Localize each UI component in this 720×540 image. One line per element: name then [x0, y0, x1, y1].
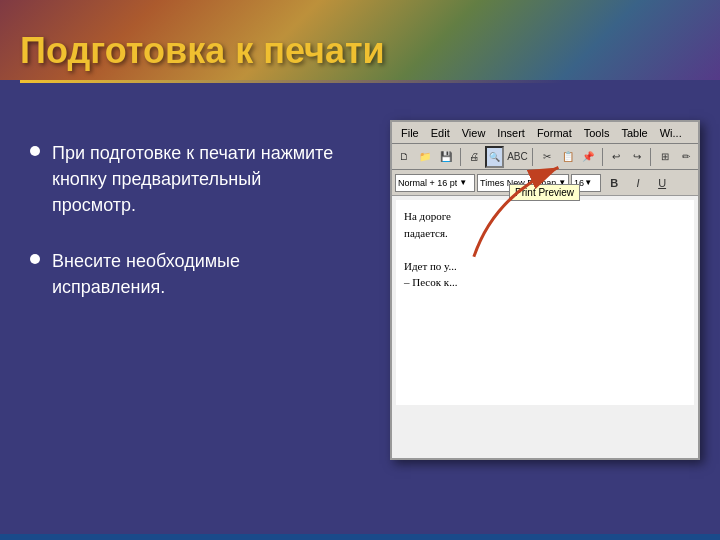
list-item: Внесите необходимые исправления. [30, 248, 350, 300]
list-item: При подготовке к печати нажмите кнопку п… [30, 140, 350, 218]
bottom-accent-bar [0, 534, 720, 540]
menu-edit[interactable]: Edit [426, 125, 455, 141]
style-value: Normal + 16 pt [398, 178, 457, 188]
doc-line-3: Идет по у... [404, 258, 686, 275]
menu-window[interactable]: Wi... [655, 125, 687, 141]
print-btn[interactable]: 🖨 [464, 146, 483, 168]
title-area: Подготовка к печати [20, 10, 700, 83]
new-btn[interactable]: 🗋 [395, 146, 414, 168]
print-preview-btn[interactable]: 🔍 [485, 146, 504, 168]
menu-table[interactable]: Table [616, 125, 652, 141]
save-btn[interactable]: 💾 [437, 146, 456, 168]
draw-btn[interactable]: ✏ [676, 146, 695, 168]
bullets-area: При подготовке к печати нажмите кнопку п… [30, 140, 350, 330]
menu-format[interactable]: Format [532, 125, 577, 141]
bullet-dot-2 [30, 254, 40, 264]
bullet-text-1: При подготовке к печати нажмите кнопку п… [52, 140, 350, 218]
menu-insert[interactable]: Insert [492, 125, 530, 141]
menu-tools[interactable]: Tools [579, 125, 615, 141]
open-btn[interactable]: 📁 [416, 146, 435, 168]
sep1 [460, 148, 461, 166]
italic-btn[interactable]: I [627, 172, 649, 194]
paste-btn[interactable]: 📌 [579, 146, 598, 168]
sep4 [650, 148, 651, 166]
bullet-dot-1 [30, 146, 40, 156]
bullet-text-2: Внесите необходимые исправления. [52, 248, 350, 300]
title-divider [20, 80, 564, 83]
undo-btn[interactable]: ↩ [607, 146, 626, 168]
menu-file[interactable]: File [396, 125, 424, 141]
menu-bar: File Edit View Insert Format Tools Table… [392, 122, 698, 144]
slide-container: Подготовка к печати При подготовке к печ… [0, 0, 720, 540]
bold-btn[interactable]: B [603, 172, 625, 194]
redo-btn[interactable]: ↪ [628, 146, 647, 168]
slide-title: Подготовка к печати [20, 30, 700, 72]
underline-btn[interactable]: U [651, 172, 673, 194]
sep3 [602, 148, 603, 166]
table-btn[interactable]: ⊞ [655, 146, 674, 168]
doc-line-4: – Песок к... [404, 274, 686, 291]
menu-view[interactable]: View [457, 125, 491, 141]
